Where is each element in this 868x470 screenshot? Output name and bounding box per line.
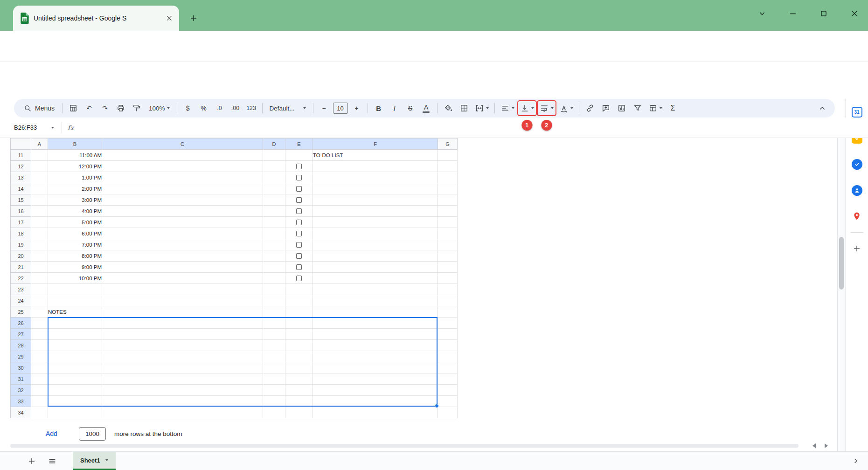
cell-D19[interactable] [263, 239, 285, 250]
cell-F32[interactable] [313, 385, 438, 396]
cell-C27[interactable] [102, 329, 263, 340]
row-header-20[interactable]: 20 [11, 250, 31, 262]
sidebar-item-maps[interactable] [846, 203, 868, 229]
cell-F11[interactable]: TO-DO LIST [313, 150, 438, 161]
cell-G30[interactable] [438, 362, 458, 373]
cell-D28[interactable] [263, 340, 285, 351]
cell-F22[interactable] [313, 273, 438, 284]
cell-E25[interactable] [285, 306, 313, 318]
all-sheets-button[interactable] [44, 453, 61, 470]
cell-E26[interactable] [285, 318, 313, 329]
cell-G19[interactable] [438, 239, 458, 250]
cell-A12[interactable] [31, 161, 48, 172]
cell-E21[interactable] [285, 262, 313, 273]
cell-B26[interactable] [48, 318, 102, 329]
cell-C18[interactable] [102, 228, 263, 239]
todo-checkbox[interactable] [296, 264, 302, 270]
todo-checkbox[interactable] [296, 242, 302, 248]
fill-color-button[interactable] [441, 101, 455, 115]
cell-F27[interactable] [313, 329, 438, 340]
cell-C32[interactable] [102, 385, 263, 396]
cell-C25[interactable] [102, 306, 263, 318]
cell-A17[interactable] [31, 217, 48, 228]
cell-F23[interactable] [313, 284, 438, 295]
add-sheet-button[interactable] [23, 453, 40, 470]
cell-E17[interactable] [285, 217, 313, 228]
row-header-19[interactable]: 19 [11, 239, 31, 250]
row-header-18[interactable]: 18 [11, 228, 31, 239]
cell-C15[interactable] [102, 194, 263, 206]
cell-C17[interactable] [102, 217, 263, 228]
cell-A19[interactable] [31, 239, 48, 250]
row-header-32[interactable]: 32 [11, 385, 31, 396]
cell-A27[interactable] [31, 329, 48, 340]
cell-G26[interactable] [438, 318, 458, 329]
cell-D18[interactable] [263, 228, 285, 239]
todo-checkbox[interactable] [296, 175, 302, 180]
cell-D13[interactable] [263, 172, 285, 183]
text-rotation-button[interactable] [557, 101, 575, 115]
print-button[interactable] [114, 101, 128, 115]
insert-link-button[interactable] [583, 101, 597, 115]
row-header-34[interactable]: 34 [11, 407, 31, 418]
cell-A15[interactable] [31, 194, 48, 206]
cell-C19[interactable] [102, 239, 263, 250]
cell-B18[interactable]: 6:00 PM [48, 228, 102, 239]
cell-C26[interactable] [102, 318, 263, 329]
cell-E19[interactable] [285, 239, 313, 250]
cell-C22[interactable] [102, 273, 263, 284]
paint-format-button[interactable] [130, 101, 144, 115]
select-all-corner[interactable] [11, 138, 31, 150]
font-size-input[interactable]: 10 [333, 103, 348, 114]
cell-G18[interactable] [438, 228, 458, 239]
cell-D31[interactable] [263, 373, 285, 385]
row-header-23[interactable]: 23 [11, 284, 31, 295]
cell-C21[interactable] [102, 262, 263, 273]
sidebar-item-tasks[interactable] [846, 151, 868, 177]
cell-E18[interactable] [285, 228, 313, 239]
cell-F20[interactable] [313, 250, 438, 262]
cell-D27[interactable] [263, 329, 285, 340]
cell-C34[interactable] [102, 407, 263, 418]
minimize-button[interactable] [784, 5, 802, 22]
cell-D15[interactable] [263, 194, 285, 206]
borders-button[interactable] [457, 101, 471, 115]
scroll-left-arrow[interactable] [812, 443, 816, 448]
cell-B34[interactable] [48, 407, 102, 418]
cell-F19[interactable] [313, 239, 438, 250]
cell-C16[interactable] [102, 206, 263, 217]
cell-A18[interactable] [31, 228, 48, 239]
cell-C31[interactable] [102, 373, 263, 385]
cell-G31[interactable] [438, 373, 458, 385]
vertical-scroll-thumb[interactable] [839, 237, 844, 290]
vertical-align-button[interactable]: 1 [518, 101, 536, 115]
todo-checkbox[interactable] [296, 220, 302, 225]
cell-B25[interactable]: NOTES [48, 306, 102, 318]
cell-A30[interactable] [31, 362, 48, 373]
cell-D33[interactable] [263, 396, 285, 407]
row-count-input[interactable] [79, 427, 106, 441]
cell-E12[interactable] [285, 161, 313, 172]
cell-B23[interactable] [48, 284, 102, 295]
row-header-26[interactable]: 26 [11, 318, 31, 329]
maximize-button[interactable] [815, 5, 833, 22]
row-header-24[interactable]: 24 [11, 295, 31, 306]
insert-comment-button[interactable] [599, 101, 613, 115]
cell-G27[interactable] [438, 329, 458, 340]
cell-D24[interactable] [263, 295, 285, 306]
cell-G24[interactable] [438, 295, 458, 306]
row-header-22[interactable]: 22 [11, 273, 31, 284]
cell-D29[interactable] [263, 351, 285, 362]
cell-F18[interactable] [313, 228, 438, 239]
cell-D21[interactable] [263, 262, 285, 273]
cell-C14[interactable] [102, 183, 263, 194]
column-header-B[interactable]: B [48, 138, 102, 150]
cell-B21[interactable]: 9:00 PM [48, 262, 102, 273]
cell-E32[interactable] [285, 385, 313, 396]
cell-B19[interactable]: 7:00 PM [48, 239, 102, 250]
cell-A22[interactable] [31, 273, 48, 284]
cell-G13[interactable] [438, 172, 458, 183]
create-filter-button[interactable] [631, 101, 645, 115]
cell-B27[interactable] [48, 329, 102, 340]
increase-font-size-button[interactable]: + [350, 101, 364, 115]
